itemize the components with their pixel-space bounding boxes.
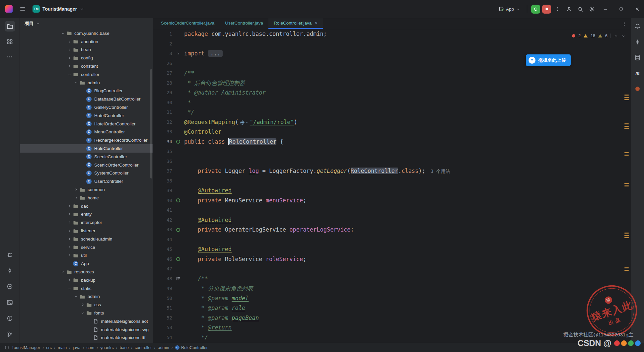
breadcrumb-item-com[interactable]: com	[87, 345, 95, 350]
breadcrumb-item-controller[interactable]: controller	[135, 345, 152, 350]
close-button[interactable]	[630, 0, 644, 18]
breadcrumb-item-main[interactable]: main	[58, 345, 67, 350]
tree-item-fonts[interactable]: fonts	[20, 309, 153, 317]
tree-item-home[interactable]: home	[20, 194, 153, 202]
tree-item-css[interactable]: css	[20, 301, 153, 309]
spring-bean-icon[interactable]	[176, 140, 180, 144]
tree-item-materialdesignicons-eot[interactable]: materialdesignicons.eot	[20, 317, 153, 325]
breadcrumb-item-touristmanager[interactable]: TouristManager	[12, 345, 40, 350]
chevron-right-icon[interactable]	[66, 212, 72, 216]
tree-item-rolecontroller[interactable]: CRoleController	[20, 144, 153, 153]
settings-button[interactable]	[587, 4, 596, 14]
tree-item-scenicordercontroller[interactable]: CScenicOrderController	[20, 161, 153, 169]
tree-item-resources[interactable]: resources	[20, 268, 153, 276]
chevron-right-icon[interactable]	[66, 229, 72, 233]
prev-problem-icon[interactable]	[614, 34, 618, 38]
more-actions-button[interactable]	[553, 4, 562, 14]
error-stripe-mark[interactable]	[624, 155, 629, 156]
inspections-widget[interactable]: 2 18 6	[572, 34, 625, 38]
tree-item-util[interactable]: util	[20, 251, 153, 260]
chevron-right-icon[interactable]	[66, 237, 72, 241]
chevron-right-icon[interactable]	[66, 245, 72, 249]
tree-item-constant[interactable]: constant	[20, 62, 153, 70]
chevron-right-icon[interactable]	[66, 278, 72, 282]
commit-tool-button[interactable]	[5, 265, 15, 276]
chevron-down-icon[interactable]	[66, 72, 72, 77]
error-stripe-mark[interactable]	[624, 267, 629, 268]
tree-item-gallerycontroller[interactable]: CGalleryController	[20, 103, 153, 111]
git-branch-tool-button[interactable]	[5, 329, 15, 339]
tree-item-common[interactable]: common	[20, 185, 153, 194]
error-stripe-mark[interactable]	[624, 152, 629, 153]
stop-button[interactable]	[542, 5, 551, 14]
error-stripe-mark[interactable]	[624, 270, 629, 271]
next-problem-icon[interactable]	[621, 34, 625, 38]
error-stripe-mark[interactable]	[624, 185, 629, 186]
plugin-tool-button[interactable]	[632, 83, 643, 94]
chevron-right-icon[interactable]	[66, 64, 72, 68]
error-stripe-mark[interactable]	[624, 183, 629, 184]
tree-item-interceptor[interactable]: interceptor	[20, 218, 153, 227]
minimize-button[interactable]	[598, 0, 612, 18]
tree-item-databasebakcontroller[interactable]: CDatabaseBakController	[20, 95, 153, 103]
error-stripe-mark[interactable]	[624, 99, 629, 100]
tree-item-dao[interactable]: dao	[20, 202, 153, 210]
breadcrumb-item-rolecontroller[interactable]: CRoleController	[175, 345, 208, 350]
chevron-right-icon[interactable]	[66, 204, 72, 208]
tree-item-controller[interactable]: controller	[20, 70, 153, 79]
run-configuration-selector[interactable]: App	[496, 5, 523, 13]
tree-item-materialdesignicons-ttf[interactable]: materialdesignicons.ttf	[20, 333, 153, 342]
tree-item-app[interactable]: CApp	[20, 259, 153, 268]
chevron-right-icon[interactable]	[66, 220, 72, 225]
tree-item-annotion[interactable]: annotion	[20, 37, 153, 46]
error-stripe-mark[interactable]	[624, 97, 629, 98]
tree-item-config[interactable]: config	[20, 54, 153, 62]
tree-item-entity[interactable]: entity	[20, 210, 153, 219]
chevron-down-icon[interactable]	[60, 31, 66, 35]
chevron-right-icon[interactable]	[80, 303, 86, 307]
breadcrumb-item-base[interactable]: base	[120, 345, 129, 350]
structure-tool-button[interactable]	[5, 36, 15, 47]
notifications-tool-button[interactable]	[632, 21, 643, 32]
error-stripe-mark[interactable]	[624, 233, 629, 234]
chevron-right-icon[interactable]	[73, 187, 79, 192]
tree-item-rechargerecordcontroller[interactable]: CRechargeRecordController	[20, 136, 153, 144]
tree-item-usercontroller[interactable]: CUserController	[20, 177, 153, 185]
fold-chevron-icon[interactable]	[172, 51, 184, 56]
error-stripe-mark[interactable]	[624, 128, 629, 129]
user-account-button[interactable]	[564, 4, 574, 14]
database-tool-button[interactable]	[632, 52, 643, 63]
chevron-down-icon[interactable]	[73, 294, 79, 299]
tree-item-backup[interactable]: backup	[20, 276, 153, 284]
chevron-down-icon[interactable]	[80, 311, 86, 315]
tree-item-materialdesignicons-svg[interactable]: materialdesignicons.svg	[20, 325, 153, 334]
spring-bean-icon[interactable]	[176, 257, 180, 261]
maven-tool-button[interactable]: m	[632, 68, 643, 78]
folded-imports-badge[interactable]: ...	[208, 50, 223, 57]
tree-item-blogcontroller[interactable]: CBlogController	[20, 87, 153, 95]
tree-item-admin[interactable]: admin	[20, 79, 153, 87]
tree-item-menucontroller[interactable]: CMenuController	[20, 128, 153, 136]
tree-item-listener[interactable]: listener	[20, 227, 153, 235]
breadcrumb-item-yuanlrc[interactable]: yuanlrc	[100, 345, 113, 350]
chevron-down-icon[interactable]	[60, 270, 66, 274]
project-selector[interactable]: TM TouristManager	[33, 5, 84, 13]
ai-assistant-tool-button[interactable]	[632, 36, 643, 47]
drag-upload-button[interactable]: 拖拽至此上传	[526, 54, 571, 66]
chevron-right-icon[interactable]	[66, 253, 72, 257]
chevron-right-icon[interactable]	[66, 39, 72, 44]
problems-tool-button[interactable]	[5, 313, 15, 323]
tab-close-icon[interactable]: ×	[315, 21, 318, 26]
search-everywhere-button[interactable]	[576, 4, 585, 14]
spring-bean-icon[interactable]	[176, 198, 180, 202]
main-menu-hamburger-icon[interactable]	[18, 4, 27, 14]
tab-scenicordercontroller-java[interactable]: ScenicOrderController.java	[156, 18, 220, 29]
more-h-tool-button[interactable]	[5, 51, 15, 62]
code-editor[interactable]: 1package com.yuanlrc.base.controller.adm…	[153, 29, 631, 342]
rerun-button[interactable]	[531, 5, 540, 14]
tree-scrollbar[interactable]	[150, 69, 152, 178]
tree-item-static[interactable]: static	[20, 284, 153, 293]
tree-item-service[interactable]: service	[20, 243, 153, 251]
error-stripe-mark[interactable]	[624, 95, 629, 96]
tree-item-systemcontroller[interactable]: CSystemController	[20, 169, 153, 177]
